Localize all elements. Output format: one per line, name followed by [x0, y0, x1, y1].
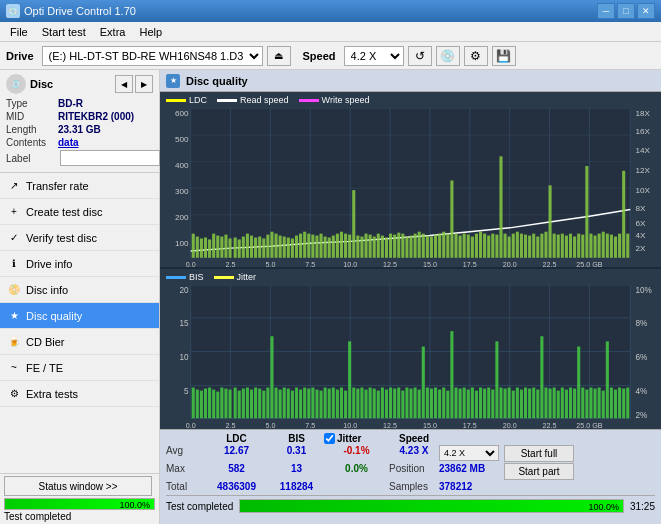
label-input[interactable] — [60, 150, 160, 166]
nav-item-transfer-rate[interactable]: ↗ Transfer rate — [0, 173, 159, 199]
svg-rect-197 — [234, 388, 237, 419]
start-full-button[interactable]: Start full — [504, 445, 574, 462]
disc-action-btn-1[interactable]: ◀ — [115, 75, 133, 93]
nav-item-transfer-rate-label: Transfer rate — [26, 180, 89, 192]
svg-rect-222 — [336, 390, 339, 419]
nav-item-drive-info[interactable]: ℹ Drive info — [0, 251, 159, 277]
svg-rect-106 — [454, 234, 457, 258]
app-icon: 💿 — [6, 4, 20, 18]
nav-item-cd-bier-label: CD Bier — [26, 336, 65, 348]
menu-extra[interactable]: Extra — [94, 24, 132, 40]
stat-speed-select[interactable]: 4.2 X — [439, 445, 499, 461]
nav-item-verify-test-disc[interactable]: ✓ Verify test disc — [0, 225, 159, 251]
svg-text:7.5: 7.5 — [305, 261, 315, 268]
menu-file[interactable]: File — [4, 24, 34, 40]
stat-blank — [324, 481, 389, 492]
chart-header-icon: ★ — [166, 74, 180, 88]
svg-rect-134 — [569, 234, 572, 258]
disc-action-btn-2[interactable]: ▶ — [135, 75, 153, 93]
svg-rect-97 — [418, 232, 421, 258]
svg-rect-116 — [495, 235, 498, 258]
svg-rect-275 — [553, 388, 556, 419]
minimize-button[interactable]: ─ — [597, 3, 615, 19]
svg-rect-78 — [340, 232, 343, 258]
svg-rect-252 — [459, 389, 462, 419]
svg-text:10.0: 10.0 — [343, 422, 357, 429]
jitter-checkbox[interactable] — [324, 433, 335, 444]
svg-rect-274 — [549, 389, 552, 419]
menu-help[interactable]: Help — [133, 24, 168, 40]
menu-start-test[interactable]: Start test — [36, 24, 92, 40]
svg-rect-240 — [409, 389, 412, 419]
svg-rect-214 — [303, 388, 306, 419]
svg-text:5.0: 5.0 — [265, 422, 275, 429]
svg-rect-254 — [467, 390, 470, 419]
svg-rect-264 — [508, 388, 511, 419]
svg-rect-89 — [385, 238, 388, 258]
svg-rect-215 — [307, 389, 310, 419]
nav-item-verify-test-disc-label: Verify test disc — [26, 232, 97, 244]
refresh-button[interactable]: ↺ — [408, 46, 432, 66]
svg-rect-231 — [373, 389, 376, 419]
speed-label: Speed — [303, 50, 336, 62]
svg-text:25.0 GB: 25.0 GB — [576, 261, 603, 268]
svg-rect-114 — [487, 236, 490, 258]
progress-text: 100.0% — [119, 499, 150, 511]
svg-rect-130 — [553, 234, 556, 258]
svg-rect-238 — [401, 391, 404, 419]
svg-rect-74 — [324, 237, 327, 258]
write-speed-legend: Write speed — [299, 95, 370, 105]
disc-button[interactable]: 💿 — [436, 46, 460, 66]
nav-item-extra-tests[interactable]: ⚙ Extra tests — [0, 381, 159, 407]
nav-item-create-test-disc[interactable]: + Create test disc — [0, 199, 159, 225]
svg-rect-87 — [377, 234, 380, 258]
svg-rect-193 — [216, 392, 219, 419]
svg-rect-203 — [258, 389, 261, 419]
svg-rect-260 — [491, 390, 494, 419]
create-test-disc-icon: + — [6, 204, 22, 220]
svg-rect-81 — [352, 190, 355, 258]
stat-header-speed: Speed — [389, 433, 439, 444]
svg-rect-127 — [540, 234, 543, 258]
upper-legend: LDC Read speed Write speed — [160, 92, 661, 108]
svg-rect-98 — [422, 234, 425, 258]
svg-rect-82 — [356, 236, 359, 258]
svg-rect-105 — [450, 180, 453, 257]
svg-text:10X: 10X — [635, 186, 650, 195]
start-part-button[interactable]: Start part — [504, 463, 574, 480]
status-window-button[interactable]: Status window >> — [4, 476, 152, 496]
save-button[interactable]: 💾 — [492, 46, 516, 66]
nav-item-cd-bier[interactable]: 🍺 CD Bier — [0, 329, 159, 355]
svg-rect-53 — [238, 239, 241, 257]
eject-button[interactable]: ⏏ — [267, 46, 291, 66]
ldc-label: LDC — [189, 95, 207, 105]
svg-rect-207 — [275, 388, 278, 419]
svg-rect-269 — [528, 389, 531, 419]
disc-quality-icon: ★ — [6, 308, 22, 324]
stats-total-row: Total 4836309 118284 Samples 378212 — [166, 481, 655, 492]
svg-text:7.5: 7.5 — [305, 422, 315, 429]
svg-rect-271 — [536, 390, 539, 419]
svg-text:10%: 10% — [635, 287, 651, 296]
status-bar-left: Status window >> 100.0% Test completed — [0, 473, 159, 524]
svg-rect-190 — [204, 389, 207, 419]
disc-mid-value: RITEKBR2 (000) — [58, 111, 134, 122]
settings-button[interactable]: ⚙ — [464, 46, 488, 66]
svg-rect-117 — [499, 156, 502, 257]
disc-contents-value[interactable]: data — [58, 137, 79, 148]
speed-select[interactable]: 4.2 X — [344, 46, 404, 66]
svg-rect-204 — [262, 391, 265, 419]
nav-item-fe-te[interactable]: ~ FE / TE — [0, 355, 159, 381]
svg-rect-212 — [295, 388, 298, 419]
nav-item-disc-quality[interactable]: ★ Disc quality — [0, 303, 159, 329]
stat-avg-bis: 0.31 — [269, 445, 324, 462]
svg-text:10.0: 10.0 — [343, 261, 357, 268]
nav-item-disc-info[interactable]: 📀 Disc info — [0, 277, 159, 303]
svg-rect-48 — [216, 236, 219, 258]
drive-select[interactable]: (E:) HL-DT-ST BD-RE WH16NS48 1.D3 — [42, 46, 263, 66]
disc-contents-label: Contents — [6, 137, 58, 148]
maximize-button[interactable]: □ — [617, 3, 635, 19]
close-button[interactable]: ✕ — [637, 3, 655, 19]
svg-rect-226 — [352, 388, 355, 419]
svg-rect-210 — [287, 389, 290, 419]
